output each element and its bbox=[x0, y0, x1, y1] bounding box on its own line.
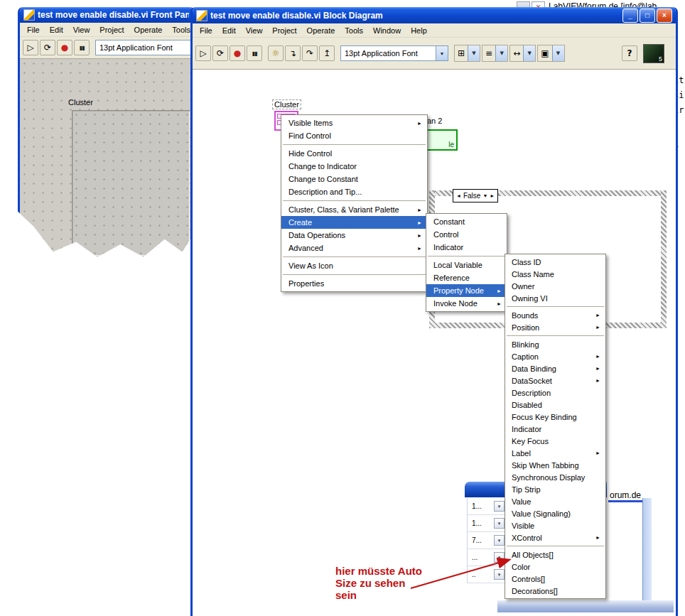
menu-item[interactable]: Description and Tip... ► bbox=[281, 185, 427, 198]
menu-item-label: Visible Items bbox=[288, 119, 417, 127]
menu-item[interactable]: Bounds ► bbox=[505, 309, 605, 321]
menu-item[interactable]: Color ► bbox=[505, 561, 605, 573]
block-diagram-titlebar[interactable]: test move enable disable.vi Block Diagra… bbox=[193, 7, 676, 23]
menubar-item[interactable]: Edit bbox=[45, 24, 68, 36]
cluster-container[interactable] bbox=[72, 110, 190, 256]
link-fragment[interactable]: orum.de bbox=[610, 490, 641, 500]
menu-item[interactable]: Caption ► bbox=[505, 350, 605, 362]
menubar-item[interactable]: Help bbox=[406, 25, 432, 36]
step-into-button[interactable]: ↴ bbox=[285, 45, 301, 61]
menubar-item[interactable]: Project bbox=[95, 24, 129, 36]
menu-item[interactable]: Visible ► bbox=[505, 519, 605, 531]
filter-dropdown-button[interactable]: ▾ bbox=[494, 535, 505, 546]
menu-item[interactable]: Indicator ► bbox=[505, 423, 605, 435]
filter-dropdown-button[interactable]: ▾ bbox=[494, 552, 505, 563]
menu-item[interactable]: Data Binding ► bbox=[505, 362, 605, 374]
menu-item[interactable]: Position ► bbox=[505, 321, 605, 333]
menu-item[interactable]: Indicator ► bbox=[426, 241, 507, 254]
menu-item[interactable]: Controls[] ► bbox=[505, 573, 605, 585]
menu-item[interactable]: Advanced ► bbox=[281, 242, 427, 254]
menu-item[interactable]: Synchronous Display ► bbox=[505, 471, 605, 483]
menu-item[interactable]: Value ► bbox=[505, 495, 605, 507]
menubar-item[interactable]: Project bbox=[267, 25, 301, 36]
menu-item[interactable]: Label ► bbox=[505, 447, 605, 459]
menu-item[interactable]: Change to Constant ► bbox=[281, 173, 427, 185]
menu-item[interactable]: Class ID ► bbox=[505, 256, 605, 268]
menu-item[interactable]: Data Operations ► bbox=[281, 229, 427, 242]
menu-item[interactable]: Constant ► bbox=[426, 215, 507, 228]
menu-item[interactable]: Local Variable ► bbox=[426, 259, 507, 271]
menu-item[interactable]: Visible Items ► bbox=[281, 117, 427, 129]
menubar-item[interactable]: View bbox=[68, 24, 95, 36]
menubar-item[interactable]: Operate bbox=[129, 24, 168, 36]
menu-item[interactable]: Find Control ► bbox=[281, 129, 427, 142]
menu-item[interactable]: Blinking ► bbox=[505, 338, 605, 350]
abort-button[interactable]: ● bbox=[57, 40, 72, 55]
menu-item[interactable]: Decorations[] ► bbox=[505, 585, 605, 597]
menu-item[interactable]: DataSocket ► bbox=[505, 374, 605, 387]
menu-item[interactable]: Property Node ► bbox=[426, 284, 507, 297]
menu-item[interactable]: Skip When Tabbing ► bbox=[505, 459, 605, 471]
menu-item[interactable]: Focus Key Binding ► bbox=[505, 411, 605, 423]
menu-item[interactable]: Hide Control ► bbox=[281, 147, 427, 160]
reorder-dropdown[interactable]: ▣ ▼ bbox=[537, 45, 564, 62]
menubar-item[interactable]: Tools bbox=[167, 24, 193, 36]
run-button[interactable]: ▷ bbox=[195, 45, 211, 61]
menu-item[interactable]: Owner ► bbox=[505, 280, 605, 292]
boolean-constant-fragment[interactable]: le bbox=[426, 129, 458, 151]
menu-item[interactable]: Class Name ► bbox=[505, 268, 605, 280]
menu-item[interactable]: Create ► bbox=[281, 216, 427, 229]
menubar-item[interactable]: Window bbox=[368, 25, 406, 36]
run-continuous-button[interactable]: ⟳ bbox=[40, 40, 55, 55]
menu-item[interactable]: XControl ► bbox=[505, 531, 605, 544]
chevron-down-icon[interactable]: ▼ bbox=[482, 193, 487, 198]
menu-item[interactable]: Value (Signaling) ► bbox=[505, 507, 605, 519]
abort-button[interactable]: ● bbox=[230, 45, 245, 61]
align-objects-dropdown[interactable]: ⊞ ▼ bbox=[454, 45, 480, 62]
case-selector[interactable]: ◄ False ▼ ► bbox=[453, 189, 498, 202]
menu-item[interactable]: Properties ► bbox=[281, 277, 427, 290]
highlight-execution-button[interactable]: ☼ bbox=[268, 45, 284, 61]
run-continuous-icon: ⟳ bbox=[217, 48, 224, 58]
filter-dropdown-button[interactable]: ▾ bbox=[494, 501, 505, 512]
run-continuous-button[interactable]: ⟳ bbox=[212, 45, 228, 61]
menubar-item[interactable]: Edit bbox=[217, 25, 241, 36]
menu-item[interactable]: Disabled ► bbox=[505, 399, 605, 411]
filter-dropdown-button[interactable]: ▾ bbox=[494, 518, 505, 529]
font-selector[interactable]: 13pt Application Font ▼ bbox=[95, 40, 193, 55]
menu-item[interactable]: Invoke Node ► bbox=[426, 297, 507, 310]
menu-item[interactable]: All Objects[] ► bbox=[505, 549, 605, 561]
case-prev-icon[interactable]: ◄ bbox=[456, 193, 461, 198]
menubar-item[interactable]: Operate bbox=[302, 25, 340, 36]
menu-item[interactable]: Key Focus ► bbox=[505, 435, 605, 447]
pause-button[interactable]: ▮▮ bbox=[74, 40, 90, 55]
step-over-button[interactable]: ↷ bbox=[302, 45, 318, 61]
distribute-objects-dropdown[interactable]: ≡ ▼ bbox=[482, 45, 508, 62]
menu-item[interactable]: Cluster, Class, & Variant Palette ► bbox=[281, 203, 427, 216]
menu-item[interactable]: Description ► bbox=[505, 387, 605, 399]
close-button[interactable]: × bbox=[657, 9, 672, 23]
menubar-item[interactable]: Tools bbox=[340, 25, 368, 36]
help-button[interactable]: ? bbox=[622, 45, 637, 61]
menu-separator bbox=[283, 256, 426, 257]
menu-item[interactable]: Control ► bbox=[426, 228, 507, 241]
case-next-icon[interactable]: ► bbox=[490, 193, 495, 198]
menu-item[interactable]: Reference ► bbox=[426, 271, 507, 284]
menubar-item[interactable]: View bbox=[241, 25, 268, 36]
filter-dropdown-button[interactable]: ▾ bbox=[494, 569, 505, 580]
minimize-button[interactable]: _ bbox=[622, 9, 638, 23]
menu-item[interactable]: Owning VI ► bbox=[505, 292, 605, 304]
resize-objects-dropdown[interactable]: ↔ ▼ bbox=[509, 45, 536, 62]
menubar-item[interactable]: File bbox=[22, 24, 45, 36]
run-button[interactable]: ▷ bbox=[23, 40, 38, 55]
maximize-button[interactable]: □ bbox=[640, 9, 655, 23]
step-out-button[interactable]: ↥ bbox=[319, 45, 335, 61]
front-panel-titlebar[interactable]: test move enable disable.vi Front Panel bbox=[20, 7, 193, 23]
menu-item[interactable]: Tip Strip ► bbox=[505, 483, 605, 495]
vi-icon[interactable]: 5 bbox=[643, 44, 664, 63]
menubar-item[interactable]: File bbox=[195, 25, 217, 36]
menu-item[interactable]: View As Icon ► bbox=[281, 259, 427, 272]
font-selector[interactable]: 13pt Application Font ▼ bbox=[340, 45, 448, 61]
pause-button[interactable]: ▮▮ bbox=[247, 45, 262, 61]
menu-item[interactable]: Change to Indicator ► bbox=[281, 160, 427, 173]
